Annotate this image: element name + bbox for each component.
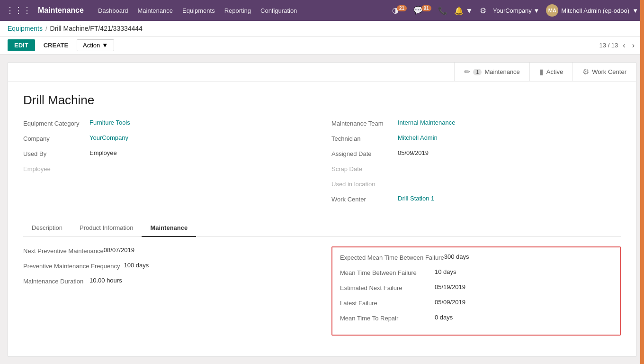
field-scrap-date: Scrap Date <box>331 164 621 176</box>
status-maintenance[interactable]: ✏ 1 Maintenance <box>454 63 529 81</box>
active-icon: ▮ <box>539 67 544 76</box>
nav-maintenance[interactable]: Maintenance <box>138 7 173 14</box>
phone-icon[interactable]: 📞 <box>438 6 447 15</box>
nav-links: Dashboard Maintenance Equipments Reporti… <box>98 7 392 14</box>
form-body: Drill Machine Equipment Category Furnitu… <box>8 82 636 356</box>
right-fields: Maintenance Team Internal Maintenance Te… <box>331 119 621 210</box>
activity-icon[interactable]: ◑ 21 <box>392 6 407 15</box>
status-workcenter[interactable]: ⚙ Work Center <box>572 63 636 81</box>
next-page-button[interactable]: › <box>630 40 636 51</box>
field-mttr: Mean Time To Repair 0 days <box>340 314 612 325</box>
app-name: Maintenance <box>38 6 84 15</box>
nav-reporting[interactable]: Reporting <box>224 7 251 14</box>
nav-equipments[interactable]: Equipments <box>182 7 215 14</box>
prev-page-button[interactable]: ‹ <box>621 40 627 51</box>
field-expected-mtbf: Expected Mean Time Between Failure 300 d… <box>340 253 612 264</box>
field-mtbf: Mean Time Between Failure 10 days <box>340 268 612 280</box>
highlight-box: Expected Mean Time Between Failure 300 d… <box>331 246 621 336</box>
maintenance-right-fields: Expected Mean Time Between Failure 300 d… <box>331 246 621 336</box>
nav-dashboard[interactable]: Dashboard <box>98 7 128 14</box>
pencil-icon: ✏ <box>464 67 470 76</box>
breadcrumb-current: Drill Machine/FT/421/33334444 <box>50 25 143 32</box>
pagination: 13 / 13 ‹ › <box>599 40 636 51</box>
action-bar: EDIT CREATE Action ▼ 13 / 13 ‹ › <box>0 36 644 55</box>
status-active[interactable]: ▮ Active <box>529 63 572 81</box>
tab-description[interactable]: Description <box>23 219 71 237</box>
action-dropdown[interactable]: Action ▼ <box>77 39 114 51</box>
breadcrumb: Equipments / Drill Machine/FT/421/333344… <box>0 21 644 36</box>
field-used-in-location: Used in location <box>331 180 621 191</box>
fields-grid: Equipment Category Furniture Tools Compa… <box>23 119 621 210</box>
tabs-bar: Description Product Information Maintena… <box>23 219 621 237</box>
left-fields: Equipment Category Furniture Tools Compa… <box>23 119 313 210</box>
tab-maintenance[interactable]: Maintenance <box>142 219 196 237</box>
field-assigned-date: Assigned Date 05/09/2019 <box>331 149 621 161</box>
field-technician: Technician Mitchell Admin <box>331 134 621 146</box>
field-equipment-category: Equipment Category Furniture Tools <box>23 119 313 130</box>
chevron-down-icon: ▼ <box>102 42 108 49</box>
message-icon[interactable]: 💬 91 <box>413 6 431 15</box>
main-content: ✏ 1 Maintenance ▮ Active ⚙ Work Center D… <box>0 55 644 364</box>
breadcrumb-parent[interactable]: Equipments <box>8 25 43 32</box>
field-used-by: Used By Employee <box>23 149 313 161</box>
maintenance-left-fields: Next Preventive Maintenance 08/07/2019 P… <box>23 246 313 336</box>
breadcrumb-separator: / <box>45 25 47 32</box>
user-avatar: MA <box>546 4 558 17</box>
field-maintenance-duration: Maintenance Duration 10.00 hours <box>23 277 313 288</box>
create-button[interactable]: CREATE <box>39 39 73 51</box>
user-menu[interactable]: MA Mitchell Admin (ep-odoo) ▼ <box>546 4 638 17</box>
equipment-title: Drill Machine <box>23 93 621 108</box>
field-preventive-frequency: Preventive Maintenance Frequency 100 day… <box>23 262 313 273</box>
nav-configuration[interactable]: Configuration <box>260 7 297 14</box>
top-navigation: ⋮⋮⋮ Maintenance Dashboard Maintenance Eq… <box>0 0 644 21</box>
right-rail <box>640 0 644 364</box>
bell-icon[interactable]: 🔔 ▼ <box>454 6 473 15</box>
field-company: Company YourCompany <box>23 134 313 146</box>
gear-icon: ⚙ <box>582 67 589 76</box>
tab-fields-grid: Next Preventive Maintenance 08/07/2019 P… <box>23 246 621 336</box>
field-employee: Employee <box>23 164 313 176</box>
record-card: ✏ 1 Maintenance ▮ Active ⚙ Work Center D… <box>8 62 636 357</box>
field-latest-failure: Latest Failure 05/09/2019 <box>340 299 612 310</box>
company-selector[interactable]: YourCompany ▼ <box>493 7 539 14</box>
field-estimated-next-failure: Estimated Next Failure 05/19/2019 <box>340 283 612 295</box>
field-next-preventive: Next Preventive Maintenance 08/07/2019 <box>23 246 313 258</box>
field-maintenance-team: Maintenance Team Internal Maintenance <box>331 119 621 130</box>
edit-button[interactable]: EDIT <box>8 39 35 51</box>
settings-icon[interactable]: ⚙ <box>480 6 486 15</box>
field-work-center: Work Center Drill Station 1 <box>331 195 621 206</box>
status-bar: ✏ 1 Maintenance ▮ Active ⚙ Work Center <box>8 63 636 82</box>
maintenance-tab-content: Next Preventive Maintenance 08/07/2019 P… <box>23 237 621 345</box>
grid-icon[interactable]: ⋮⋮⋮ <box>6 5 31 16</box>
tab-product-information[interactable]: Product Information <box>71 219 142 237</box>
topnav-right: ◑ 21 💬 91 📞 🔔 ▼ ⚙ YourCompany ▼ MA Mitch… <box>392 4 639 17</box>
